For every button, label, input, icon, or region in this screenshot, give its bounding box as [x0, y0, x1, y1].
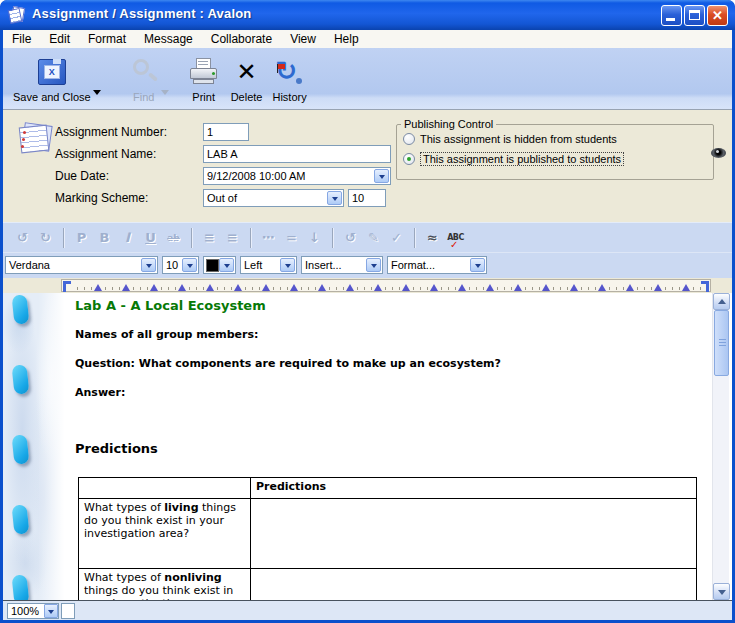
chevron-down-icon[interactable] — [182, 258, 197, 272]
dotted-line-icon[interactable]: ⋯ — [260, 230, 277, 245]
hidden-radio-label[interactable]: This assignment is hidden from students — [420, 133, 617, 145]
tab-stop-marker[interactable] — [234, 284, 242, 291]
left-margin-marker[interactable] — [63, 281, 71, 292]
chevron-down-icon[interactable] — [366, 258, 381, 272]
menu-format[interactable]: Format — [79, 31, 135, 47]
menu-collaborate[interactable]: Collaborate — [202, 31, 281, 47]
strikethrough-icon[interactable]: ab — [165, 233, 182, 243]
menu-message[interactable]: Message — [135, 31, 202, 47]
tab-stop-marker[interactable] — [402, 284, 410, 291]
scroll-down-icon[interactable] — [713, 583, 730, 600]
tab-stop-marker[interactable] — [430, 284, 438, 291]
tab-stop-marker[interactable] — [570, 284, 578, 291]
published-radio-label[interactable]: This assignment is published to students — [420, 152, 624, 166]
tab-stop-marker[interactable] — [374, 284, 382, 291]
history-button[interactable]: ↻ History — [272, 54, 306, 103]
delete-button[interactable]: ✕ Delete — [231, 54, 263, 103]
outdent-icon[interactable]: ≡ — [201, 230, 218, 245]
assignment-name-field[interactable] — [203, 145, 391, 163]
paragraph-icon[interactable]: P — [73, 230, 90, 245]
underline-icon[interactable]: U — [142, 230, 159, 245]
tab-stop-marker[interactable] — [514, 284, 522, 291]
maximize-button[interactable] — [684, 5, 705, 26]
document-editor[interactable]: Lab A - A Local Ecosystem Names of all g… — [3, 293, 732, 600]
tab-stop-marker[interactable] — [346, 284, 354, 291]
published-radio[interactable] — [403, 153, 415, 165]
alignment-dropdown[interactable]: Left — [240, 256, 297, 274]
formatting-toolbar: ↺↻PBIUab≡≡⋯=↓↺✎✓≈ABC — [3, 222, 732, 252]
redo-icon[interactable]: ↻ — [37, 230, 54, 245]
chevron-down-icon[interactable] — [219, 258, 234, 272]
table-answer-cell[interactable] — [251, 569, 697, 601]
bold-icon[interactable]: B — [96, 230, 113, 245]
check-icon[interactable]: ✓ — [388, 230, 405, 245]
menu-help[interactable]: Help — [325, 31, 368, 47]
chevron-down-icon[interactable] — [374, 169, 389, 183]
marking-scheme-dropdown[interactable]: Out of — [203, 189, 344, 207]
tab-stop-marker[interactable] — [206, 284, 214, 291]
tab-stop-marker[interactable] — [654, 284, 662, 291]
undo-icon[interactable]: ↺ — [14, 230, 31, 245]
insert-arrow-icon[interactable]: ↓ — [306, 230, 323, 245]
due-date-dropdown[interactable]: 9/12/2008 10:00 AM — [203, 167, 391, 185]
scroll-up-icon[interactable] — [713, 293, 730, 310]
tab-stop-marker[interactable] — [318, 284, 326, 291]
ruler-tick — [175, 287, 176, 290]
format-dropdown[interactable]: Format... — [387, 256, 487, 274]
menu-file[interactable]: File — [3, 31, 40, 47]
chevron-down-icon[interactable] — [327, 191, 342, 205]
tab-stop-marker[interactable] — [178, 284, 186, 291]
table-answer-cell[interactable] — [251, 499, 697, 569]
spellcheck-icon[interactable]: ABC — [447, 233, 464, 242]
tab-stop-marker[interactable] — [626, 284, 634, 291]
save-dropdown-arrow-icon[interactable] — [93, 90, 101, 95]
zoom-stepper[interactable] — [61, 603, 75, 619]
tab-stop-marker[interactable] — [542, 284, 550, 291]
italic-icon[interactable]: I — [119, 230, 136, 245]
zoom-dropdown[interactable]: 100% — [7, 603, 59, 619]
menu-edit[interactable]: Edit — [40, 31, 79, 47]
save-and-close-button[interactable]: X Save and Close — [13, 54, 91, 103]
ruler-tick — [147, 287, 148, 290]
tab-stop-marker[interactable] — [458, 284, 466, 291]
close-button[interactable]: ✕ — [707, 5, 728, 26]
pencil-icon[interactable]: ✎ — [365, 230, 382, 245]
tab-stop-marker[interactable] — [262, 284, 270, 291]
chevron-down-icon[interactable] — [141, 258, 156, 272]
font-size-dropdown[interactable]: 10 — [162, 256, 199, 274]
tab-stop-marker[interactable] — [150, 284, 158, 291]
insert-dropdown[interactable]: Insert... — [301, 256, 383, 274]
chevron-down-icon[interactable] — [280, 258, 295, 272]
print-button[interactable]: Print — [189, 54, 219, 103]
chevron-down-icon[interactable] — [44, 604, 58, 618]
predictions-table: Predictions What types of living things … — [78, 477, 697, 600]
minimize-button[interactable] — [661, 5, 682, 26]
tab-stop-marker[interactable] — [290, 284, 298, 291]
table-header-cell — [79, 478, 251, 499]
ruler-tick — [623, 287, 624, 290]
signature-icon[interactable]: ≈ — [424, 230, 441, 245]
ruler-tick — [133, 287, 134, 290]
font-color-dropdown[interactable] — [203, 256, 236, 274]
hidden-radio[interactable] — [403, 133, 415, 145]
menu-view[interactable]: View — [281, 31, 325, 47]
chevron-down-icon[interactable] — [470, 258, 485, 272]
font-family-dropdown[interactable]: Verdana — [5, 256, 158, 274]
indent-icon[interactable]: ≡ — [224, 230, 241, 245]
find-button[interactable]: Find — [129, 54, 159, 103]
tab-stop-marker[interactable] — [486, 284, 494, 291]
assignment-number-stepper[interactable]: 1 — [203, 123, 249, 141]
toolbar-separator — [63, 228, 64, 248]
insert-line-icon[interactable]: = — [283, 230, 300, 245]
right-margin-marker[interactable] — [701, 281, 709, 292]
ruler-tick — [455, 287, 456, 290]
tab-stop-marker[interactable] — [682, 284, 690, 291]
marking-points-stepper[interactable]: 10 — [348, 189, 386, 207]
scrollbar-thumb[interactable] — [714, 310, 729, 376]
tab-stop-marker[interactable] — [598, 284, 606, 291]
rotate-icon[interactable]: ↺ — [342, 230, 359, 245]
vertical-scrollbar[interactable] — [712, 293, 729, 600]
tab-stop-marker[interactable] — [122, 284, 130, 291]
tab-stop-marker[interactable] — [94, 284, 102, 291]
app-window: Assignment / Assignment : Avalon ✕ File … — [0, 0, 735, 623]
